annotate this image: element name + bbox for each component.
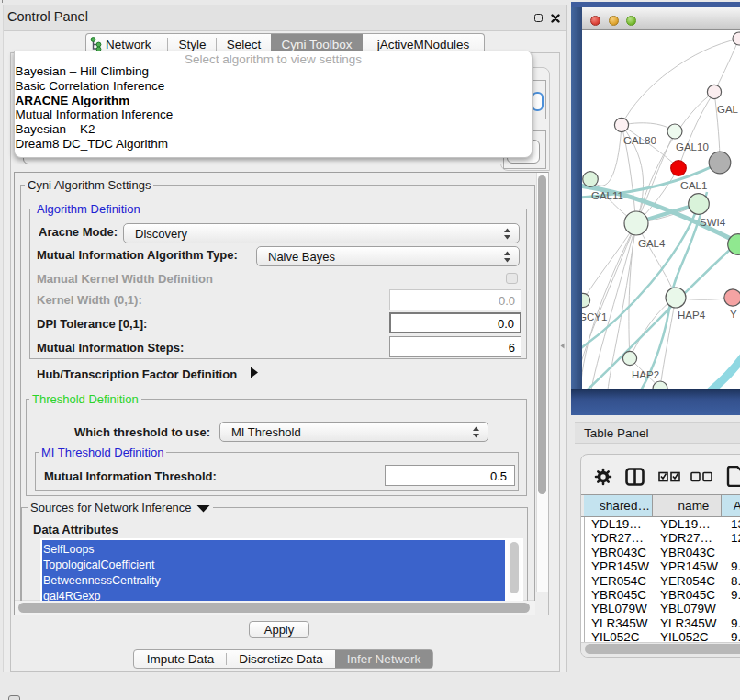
svg-text:GAL1: GAL1 <box>680 180 707 191</box>
svg-text:GAL4: GAL4 <box>638 238 666 249</box>
svg-text:HAP2: HAP2 <box>632 369 659 380</box>
svg-text:GAL10: GAL10 <box>676 141 709 152</box>
svg-text:GCY1: GCY1 <box>582 311 607 322</box>
svg-text:HAP4: HAP4 <box>678 310 706 321</box>
svg-text:GAL80: GAL80 <box>623 135 656 146</box>
svg-text:GAL11: GAL11 <box>591 190 623 201</box>
svg-text:Y: Y <box>730 309 737 320</box>
svg-text:GAL: GAL <box>717 104 739 115</box>
svg-text:SWI4: SWI4 <box>700 217 726 228</box>
